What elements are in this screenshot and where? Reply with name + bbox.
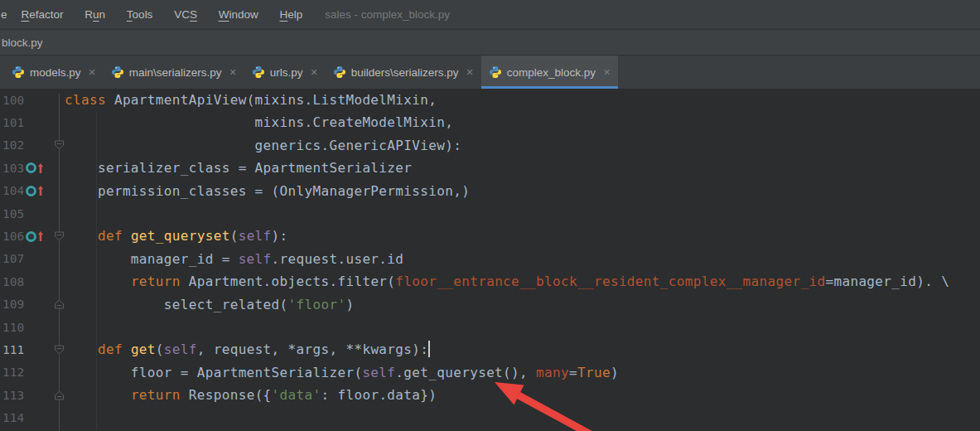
python-file-icon [12, 65, 25, 79]
menu-item-run[interactable]: Run [75, 8, 114, 21]
editor-line[interactable]: 101 mixins.CreateModelMixin, [0, 111, 980, 133]
breadcrumb-bar: block.py [0, 30, 980, 56]
line-number[interactable]: 114 [0, 411, 24, 424]
breadcrumb[interactable]: block.py [2, 36, 43, 49]
menu-item-cutoff[interactable]: e [0, 8, 12, 21]
editor-tab-urls-py[interactable]: urls.py ✕ [244, 56, 326, 89]
editor-gutter[interactable]: 102 [0, 134, 65, 157]
editor-gutter[interactable]: 101 [0, 111, 65, 133]
code-text[interactable]: floor = ApartmentSerializer(self.get_que… [65, 361, 619, 384]
override-marker-icon[interactable] [26, 185, 44, 196]
editor-line[interactable]: 110 [0, 316, 980, 338]
line-number[interactable]: 105 [0, 207, 24, 220]
python-file-icon [111, 65, 124, 79]
code-text[interactable]: class ApartmentApiView(mixins.ListModelM… [65, 89, 437, 111]
line-number[interactable]: 103 [0, 162, 24, 175]
editor-gutter[interactable]: 111 [0, 338, 65, 361]
tab-close-icon[interactable]: ✕ [466, 68, 474, 77]
code-text[interactable]: generics.GenericAPIView): [65, 134, 461, 157]
menu-item-vcs[interactable]: VCS [165, 8, 206, 21]
editor-line[interactable]: 103 serializer_class = ApartmentSerializ… [0, 157, 980, 179]
editor-gutter[interactable]: 104 [0, 180, 65, 202]
editor-gutter[interactable]: 103 [0, 157, 65, 179]
line-number[interactable]: 100 [0, 94, 24, 107]
text-caret [428, 341, 430, 357]
code-text[interactable]: def get_queryset(self): [65, 225, 288, 247]
editor-gutter[interactable]: 108 [0, 270, 65, 293]
editor-line[interactable]: 100 class ApartmentApiView(mixins.ListMo… [0, 89, 980, 111]
editor-line[interactable]: 108 return Apartment.objects.filter(floo… [0, 270, 980, 293]
line-number[interactable]: 104 [0, 184, 24, 197]
pycharm-window: { "window": { "title": "sales - complex_… [0, 0, 980, 431]
fold-marker-down-icon[interactable] [54, 140, 65, 151]
editor-gutter[interactable]: 112 [0, 361, 65, 384]
editor-gutter[interactable]: 105 [0, 202, 65, 225]
tab-close-icon[interactable]: ✕ [603, 68, 611, 77]
editor-gutter[interactable]: 114 [0, 406, 65, 429]
line-number[interactable]: 108 [0, 275, 24, 288]
fold-marker-down-icon[interactable] [54, 344, 65, 355]
python-file-icon [333, 65, 346, 79]
fold-marker-up-icon[interactable] [54, 390, 65, 400]
editor-line[interactable]: 111 def get(self, request, *args, **kwar… [0, 338, 980, 361]
tab-label: complex_block.py [507, 66, 596, 79]
code-text[interactable]: mixins.CreateModelMixin, [65, 111, 453, 133]
python-file-icon [252, 65, 265, 79]
code-text[interactable]: return Response({'data': floor.data}) [65, 384, 437, 406]
editor-gutter[interactable]: 100 [0, 89, 65, 111]
menu-item-help[interactable]: Help [270, 8, 311, 21]
tab-close-icon[interactable]: ✕ [229, 68, 237, 77]
menu-item-refactor[interactable]: Refactor [12, 8, 73, 21]
editor-gutter[interactable]: 106 [0, 225, 65, 247]
editor-line[interactable]: 109 select_related('floor') [0, 293, 980, 316]
code-editor[interactable]: 100 class ApartmentApiView(mixins.ListMo… [0, 89, 980, 431]
line-number[interactable]: 102 [0, 138, 24, 152]
code-text[interactable]: select_related('floor') [65, 293, 354, 316]
line-number[interactable]: 107 [0, 252, 24, 265]
menu-bar: e Refactor Run Tools VCS Window Help sal… [0, 0, 980, 30]
editor-line[interactable]: 104 permission_classes = (OnlyManagerPer… [0, 180, 980, 202]
line-number[interactable]: 111 [0, 343, 24, 356]
editor-tab-builders-serializers-py[interactable]: builders\serializers.py ✕ [326, 56, 481, 89]
editor-line[interactable]: 107 manager_id = self.request.user.id [0, 248, 980, 270]
line-number[interactable]: 113 [0, 389, 24, 402]
editor-line[interactable]: 112 floor = ApartmentSerializer(self.get… [0, 361, 980, 384]
editor-gutter[interactable]: 113 [0, 384, 65, 406]
editor-line[interactable]: 113 return Response({'data': floor.data}… [0, 384, 980, 406]
editor-gutter[interactable]: 107 [0, 248, 65, 270]
editor-line[interactable]: 106 def get_queryset(self): [0, 225, 980, 247]
editor-line[interactable]: 105 [0, 202, 980, 225]
code-text[interactable]: manager_id = self.request.user.id [65, 248, 403, 270]
menu-item-window[interactable]: Window [210, 8, 268, 21]
code-text[interactable]: return Apartment.objects.filter(floor__e… [65, 270, 949, 293]
editor-line[interactable]: 102 generics.GenericAPIView): [0, 134, 980, 157]
menu-item-tools[interactable]: Tools [118, 8, 162, 21]
editor-tab-complex-block-py[interactable]: complex_block.py ✕ [481, 56, 619, 89]
fold-marker-down-icon[interactable] [54, 231, 65, 242]
editor-tab-main-serializers-py[interactable]: main\serializers.py ✕ [104, 56, 244, 89]
line-number[interactable]: 101 [0, 116, 24, 129]
fold-marker-up-icon[interactable] [54, 299, 65, 310]
code-text[interactable]: serializer_class = ApartmentSerializer [65, 157, 412, 179]
line-number[interactable]: 112 [0, 366, 24, 379]
editor-tab-bar: models.py ✕ main\serializers.py ✕ urls.p… [0, 56, 980, 89]
line-number[interactable]: 109 [0, 298, 24, 311]
code-text[interactable]: permission_classes = (OnlyManagerPermiss… [65, 180, 470, 202]
code-text[interactable]: def get(self, request, *args, **kwargs): [65, 338, 430, 361]
line-number[interactable]: 110 [0, 321, 24, 334]
override-marker-icon[interactable] [26, 162, 44, 174]
tab-close-icon[interactable]: ✕ [311, 68, 318, 77]
editor-line[interactable]: 114 [0, 406, 980, 429]
tab-label: builders\serializers.py [351, 66, 459, 79]
editor-gutter[interactable]: 110 [0, 316, 65, 338]
menu-items: Refactor Run Tools VCS Window Help [12, 8, 312, 21]
tab-close-icon[interactable]: ✕ [89, 68, 96, 77]
tab-label: main\serializers.py [129, 66, 222, 79]
python-file-icon [489, 65, 502, 79]
line-number[interactable]: 106 [0, 230, 24, 243]
override-marker-icon[interactable] [26, 230, 44, 242]
tab-label: models.py [30, 66, 81, 79]
editor-tab-models-py[interactable]: models.py ✕ [4, 56, 104, 89]
editor-gutter[interactable]: 109 [0, 293, 65, 316]
window-title: sales - complex_block.py [325, 8, 450, 21]
